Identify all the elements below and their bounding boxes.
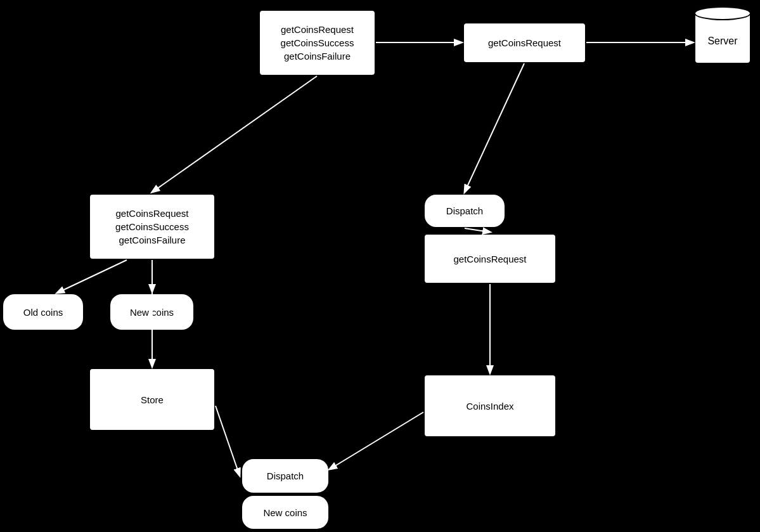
coins-index-label: CoinsIndex <box>466 399 513 413</box>
svg-line-7 <box>465 228 490 232</box>
svg-line-6 <box>216 406 240 476</box>
mid-actions-label: getCoinsRequest getCoinsSuccess getCoins… <box>115 207 189 247</box>
cylinder-body: Server <box>694 13 751 64</box>
top-actions-label: getCoinsRequest getCoinsSuccess getCoins… <box>281 23 354 63</box>
mid-dispatch-label: Dispatch <box>446 204 483 217</box>
mid-dispatch-box: Dispatch <box>423 193 506 228</box>
diagram-arrows <box>0 0 760 532</box>
store-box: Store <box>89 368 216 431</box>
bottom-dispatch-box: Dispatch <box>241 458 330 494</box>
cylinder-top <box>694 6 751 20</box>
top-get-coins-request-box: getCoinsRequest <box>463 22 586 63</box>
top-actions-box: getCoinsRequest getCoinsSuccess getCoins… <box>259 10 376 76</box>
store-label: Store <box>141 393 164 406</box>
svg-line-2 <box>152 76 317 192</box>
server-label: Server <box>707 36 737 47</box>
svg-line-8 <box>465 63 524 192</box>
mid-actions-box: getCoinsRequest getCoinsSuccess getCoins… <box>89 193 216 260</box>
bottom-dispatch-label: Dispatch <box>267 469 304 483</box>
svg-line-10 <box>330 412 423 469</box>
server-cylinder: Server <box>694 6 751 71</box>
new-coins-label: New coins <box>130 306 174 319</box>
coins-index-box: CoinsIndex <box>423 374 557 438</box>
new-coins-box: New coins <box>109 293 195 331</box>
mid-get-coins-request-label: getCoinsRequest <box>453 252 526 266</box>
svg-line-3 <box>57 260 127 293</box>
old-coins-label: Old coins <box>23 306 63 319</box>
mid-get-coins-request-box: getCoinsRequest <box>423 233 557 284</box>
bottom-new-coins-box: New coins <box>241 495 330 530</box>
top-get-coins-request-label: getCoinsRequest <box>488 36 561 49</box>
old-coins-box: Old coins <box>2 293 84 331</box>
bottom-new-coins-label: New coins <box>263 506 307 519</box>
